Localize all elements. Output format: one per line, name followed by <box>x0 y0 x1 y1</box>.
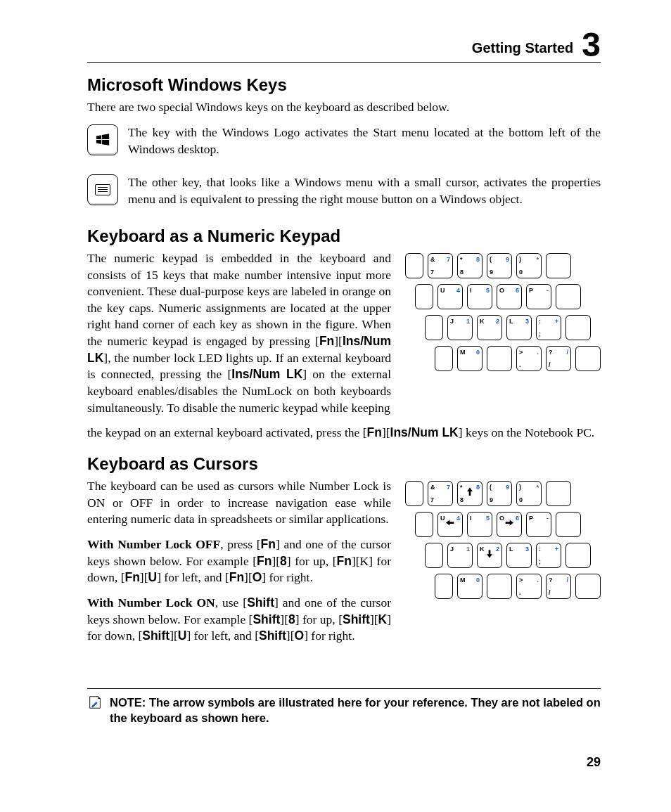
note-rule <box>87 688 601 689</box>
key <box>546 253 571 278</box>
key: )*0 <box>516 253 542 278</box>
key <box>425 543 443 568</box>
cursors-block: The keyboard can be used as cursors whil… <box>87 478 601 653</box>
heading-windows-keys: Microsoft Windows Keys <box>87 74 601 96</box>
menu-key-icon <box>87 174 118 205</box>
key: O6 <box>497 284 522 309</box>
note-row: NOTE: The arrow symbols are illustrated … <box>87 695 601 726</box>
key <box>565 315 591 340</box>
cursors-p3: With Number Lock ON, use [Shift] and one… <box>87 595 391 645</box>
key: J1 <box>447 315 473 340</box>
key: L3 <box>506 543 532 568</box>
key <box>556 512 581 537</box>
intro-windows-keys: There are two special Windows keys on th… <box>87 99 601 116</box>
key: *88 <box>457 481 483 506</box>
key: :+; <box>536 315 561 340</box>
windows-logo-key-row: The key with the Windows Logo activates … <box>87 124 601 157</box>
header-title: Getting Started <box>472 39 573 62</box>
page-header: Getting Started 3 <box>87 28 601 62</box>
key: U4 <box>437 284 463 309</box>
key: >.. <box>516 346 542 371</box>
key <box>575 574 601 599</box>
key: ?// <box>546 346 571 371</box>
key <box>487 574 512 599</box>
key: :+; <box>536 543 561 568</box>
key: M0 <box>457 346 483 371</box>
key <box>435 574 453 599</box>
key <box>487 346 512 371</box>
key <box>405 481 423 506</box>
menu-key-desc: The other key, that looks like a Windows… <box>128 174 601 207</box>
windows-logo-key-icon <box>87 124 118 155</box>
key: L3 <box>506 315 532 340</box>
cursors-p2: With Number Lock OFF, press [Fn] and one… <box>87 536 391 586</box>
page-number: 29 <box>87 754 601 771</box>
heading-cursors: Keyboard as Cursors <box>87 453 601 475</box>
key: (99 <box>487 481 512 506</box>
key <box>546 481 571 506</box>
numeric-keypad-figure: &77*88(99)*0U4I5O6P-J1K2L3:+;M0>..?// <box>405 250 601 371</box>
key: P- <box>526 512 551 537</box>
key: ?// <box>546 574 571 599</box>
key: >.. <box>516 574 542 599</box>
numeric-keypad-body: The numeric keypad is embedded in the ke… <box>87 250 391 416</box>
note-icon <box>87 695 103 710</box>
key: )*0 <box>516 481 542 506</box>
key: K2 <box>477 543 502 568</box>
header-rule <box>87 62 601 63</box>
key: M0 <box>457 574 483 599</box>
key: P- <box>526 284 551 309</box>
key: I5 <box>467 512 492 537</box>
key: K2 <box>477 315 502 340</box>
key: *88 <box>457 253 483 278</box>
key <box>435 346 453 371</box>
windows-logo-icon <box>95 132 110 148</box>
cursors-figure: &77*88(99)*0U4I5O6P-J1K2L3:+;M0>..?// <box>405 478 601 599</box>
key <box>556 284 581 309</box>
heading-numeric-keypad: Keyboard as a Numeric Keypad <box>87 225 601 247</box>
cursors-p1: The keyboard can be used as cursors whil… <box>87 478 391 528</box>
key <box>415 284 433 309</box>
key <box>425 315 443 340</box>
key <box>405 253 423 278</box>
key: O6 <box>497 512 522 537</box>
menu-icon <box>95 184 110 195</box>
key: I5 <box>467 284 492 309</box>
menu-key-row: The other key, that looks like a Windows… <box>87 174 601 207</box>
key: &77 <box>428 481 453 506</box>
key: U4 <box>437 512 463 537</box>
key <box>565 543 591 568</box>
key: (99 <box>487 253 512 278</box>
key <box>415 512 433 537</box>
windows-logo-key-desc: The key with the Windows Logo activates … <box>128 124 601 157</box>
numeric-keypad-tail: the keypad on an external keyboard activ… <box>87 425 601 442</box>
numeric-keypad-block: The numeric keypad is embedded in the ke… <box>87 250 601 425</box>
key <box>575 346 601 371</box>
chapter-number: 3 <box>582 28 601 62</box>
key: J1 <box>447 543 473 568</box>
note-text: NOTE: The arrow symbols are illustrated … <box>110 695 601 726</box>
key: &77 <box>428 253 453 278</box>
